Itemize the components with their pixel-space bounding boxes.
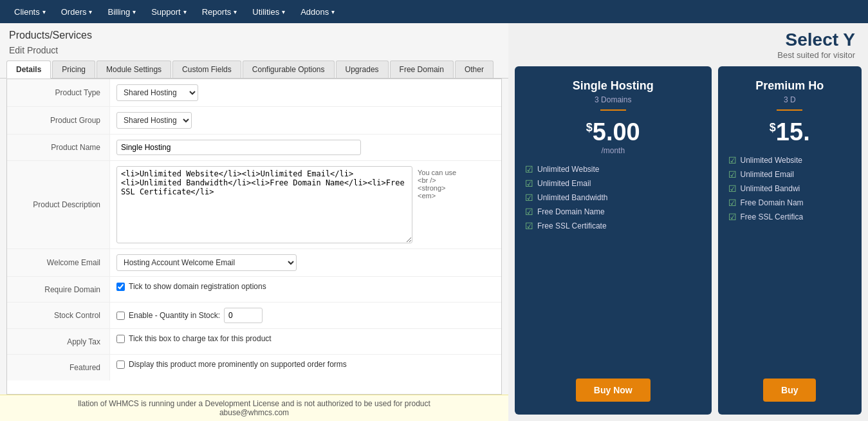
nav-addons[interactable]: Addons ▾ <box>293 0 342 23</box>
require-domain-checkbox[interactable] <box>116 283 125 291</box>
nav-billing-label: Billing <box>107 7 130 17</box>
buy-now-button-premium[interactable]: Buy <box>763 379 816 402</box>
card-premium-subtitle: 3 D <box>784 95 796 104</box>
tab-other[interactable]: Other <box>455 61 494 78</box>
featured-text: Display this product more prominently on… <box>129 360 347 369</box>
product-name-input[interactable] <box>116 140 361 155</box>
card-single-features: ☑ Unlimited Website ☑ Unlimited Email ☑ … <box>525 164 701 235</box>
nav-clients[interactable]: Clients ▾ <box>6 0 53 23</box>
product-type-label: Product Type <box>7 79 110 106</box>
nav-utilities[interactable]: Utilities ▾ <box>245 0 293 23</box>
welcome-email-content: Hosting Account Welcome Email None <box>110 249 501 276</box>
nav-clients-label: Clients <box>14 7 40 17</box>
nav-billing[interactable]: Billing ▾ <box>100 0 143 23</box>
welcome-email-label: Welcome Email <box>7 249 110 276</box>
stock-control-content: Enable - Quantity in Stock: <box>110 303 501 328</box>
buy-now-button-single[interactable]: Buy Now <box>576 379 651 402</box>
tabs-bar: Details Pricing Module Settings Custom F… <box>0 61 508 79</box>
product-description-textarea[interactable]: <li>Unlimited Website</li><li>Unlimited … <box>116 166 412 243</box>
warning-text: llation of WHMCS is running under a Deve… <box>78 399 430 408</box>
form-area: Product Type Shared Hosting Reseller Hos… <box>6 79 502 395</box>
product-group-content: Shared Hosting Other <box>110 107 501 134</box>
product-description-label: Product Description <box>7 161 110 248</box>
right-panel: Select Y Best suited for visitor Single … <box>508 23 868 421</box>
tab-module-settings[interactable]: Module Settings <box>97 61 171 78</box>
require-domain-content: Tick to show domain registration options <box>110 277 501 296</box>
right-header-sub: Best suited for visitor <box>521 50 855 60</box>
stock-quantity-input[interactable] <box>224 308 263 323</box>
stock-control-label: Stock Control <box>7 303 110 328</box>
check-icon-5: ☑ <box>525 221 533 231</box>
card-premium-features: ☑ Unlimited Website ☑ Unlimited Email ☑ … <box>728 155 851 226</box>
card-single-title: Single Hosting <box>573 79 654 93</box>
check-icon-4: ☑ <box>525 207 533 217</box>
apply-tax-content: Tick this box to charge tax for this pro… <box>110 329 501 348</box>
tab-pricing[interactable]: Pricing <box>52 61 95 78</box>
tab-custom-fields[interactable]: Custom Fields <box>172 61 241 78</box>
feature-unlimited-email: ☑ Unlimited Email <box>525 178 701 189</box>
feature-free-domain-text: Free Domain Name <box>537 207 605 216</box>
product-type-select[interactable]: Shared Hosting Reseller Hosting VPS Dedi… <box>116 84 198 101</box>
tab-free-domain[interactable]: Free Domain <box>390 61 454 78</box>
require-domain-checkbox-label: Tick to show domain registration options <box>116 282 266 291</box>
premium-feature-4-text: Free Domain Nam <box>741 198 804 207</box>
card-premium-divider <box>777 109 802 111</box>
nav-utilities-label: Utilities <box>252 7 279 17</box>
pricing-card-single: Single Hosting 3 Domains $5.00 /month ☑ … <box>515 66 712 415</box>
tab-configurable-options[interactable]: Configurable Options <box>243 61 335 78</box>
card-premium-price: $15. <box>770 118 810 146</box>
navbar: Clients ▾ Orders ▾ Billing ▾ Support ▾ R… <box>0 0 868 23</box>
product-type-row: Product Type Shared Hosting Reseller Hos… <box>7 79 501 107</box>
nav-support[interactable]: Support ▾ <box>143 0 194 23</box>
feature-unlimited-bandwidth: ☑ Unlimited Bandwidth <box>525 192 701 203</box>
premium-feature-1: ☑ Unlimited Website <box>728 155 851 165</box>
welcome-email-select[interactable]: Hosting Account Welcome Email None <box>116 254 297 271</box>
check-icon-p5: ☑ <box>728 212 737 222</box>
nav-support-label: Support <box>151 7 181 17</box>
nav-support-arrow: ▾ <box>183 8 187 15</box>
left-panel: Products/Services Edit Product Details P… <box>0 23 508 421</box>
feature-unlimited-email-text: Unlimited Email <box>537 179 591 188</box>
nav-utilities-arrow: ▾ <box>282 8 285 15</box>
feature-unlimited-website: ☑ Unlimited Website <box>525 164 701 174</box>
nav-billing-arrow: ▾ <box>133 8 136 15</box>
pricing-cards: Single Hosting 3 Domains $5.00 /month ☑ … <box>515 66 862 415</box>
product-group-select[interactable]: Shared Hosting Other <box>116 112 192 129</box>
premium-feature-3-text: Unlimited Bandwi <box>741 184 800 193</box>
check-icon-p2: ☑ <box>728 169 737 180</box>
stock-control-checkbox[interactable] <box>116 312 125 320</box>
nav-reports-arrow: ▾ <box>234 8 237 15</box>
stock-control-text: Enable - Quantity in Stock: <box>129 311 220 320</box>
nav-orders[interactable]: Orders ▾ <box>53 0 100 23</box>
product-description-row: Product Description <li>Unlimited Websit… <box>7 161 501 249</box>
nav-orders-label: Orders <box>61 7 87 17</box>
textarea-wrapper: <li>Unlimited Website</li><li>Unlimited … <box>116 166 495 243</box>
feature-unlimited-website-text: Unlimited Website <box>537 165 599 174</box>
warning-bar: llation of WHMCS is running under a Deve… <box>0 395 508 421</box>
featured-checkbox-label: Display this product more prominently on… <box>116 360 347 369</box>
tab-upgrades[interactable]: Upgrades <box>336 61 389 78</box>
warning-email: abuse@whmcs.com <box>219 408 289 417</box>
apply-tax-checkbox[interactable] <box>116 335 125 343</box>
featured-checkbox[interactable] <box>116 360 125 369</box>
tab-details[interactable]: Details <box>6 61 51 79</box>
nav-addons-arrow: ▾ <box>331 8 335 15</box>
product-name-content <box>110 135 501 160</box>
nav-reports[interactable]: Reports ▾ <box>194 0 245 23</box>
premium-feature-2-text: Unlimited Email <box>741 170 794 179</box>
card-premium-title: Premium Ho <box>755 79 824 93</box>
product-name-row: Product Name <box>7 135 501 161</box>
require-domain-row: Require Domain Tick to show domain regis… <box>7 277 501 303</box>
featured-row: Featured Display this product more promi… <box>7 355 501 380</box>
check-icon-p3: ☑ <box>728 183 737 194</box>
welcome-email-row: Welcome Email Hosting Account Welcome Em… <box>7 249 501 277</box>
premium-feature-5-text: Free SSL Certifica <box>741 212 804 221</box>
product-type-content: Shared Hosting Reseller Hosting VPS Dedi… <box>110 79 501 106</box>
product-name-label: Product Name <box>7 135 110 160</box>
require-domain-label: Require Domain <box>7 277 110 302</box>
stock-row: Enable - Quantity in Stock: <box>116 308 263 323</box>
nav-orders-arrow: ▾ <box>89 8 92 15</box>
check-icon-1: ☑ <box>525 164 533 174</box>
check-icon-3: ☑ <box>525 192 533 203</box>
require-domain-text: Tick to show domain registration options <box>129 282 266 291</box>
